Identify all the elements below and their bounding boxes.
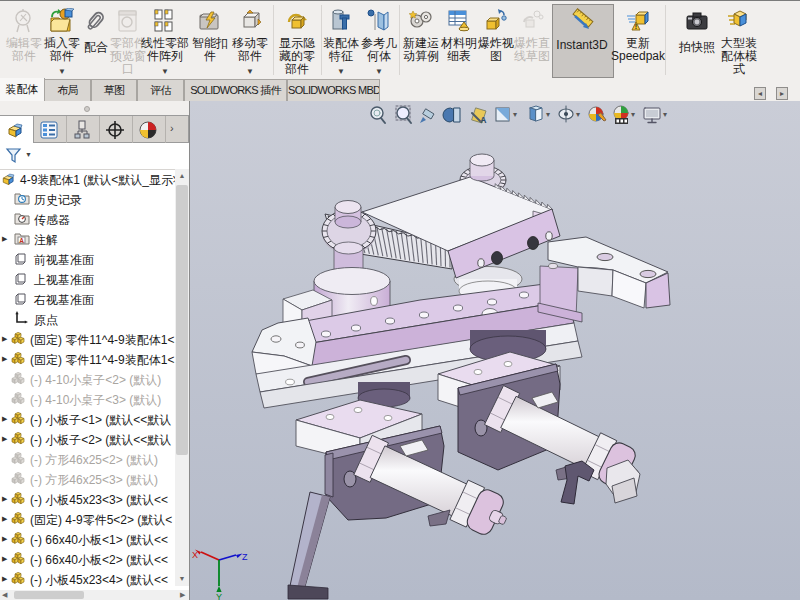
svg-text:Z: Z <box>242 552 248 562</box>
svg-text:▾: ▾ <box>546 110 550 119</box>
svg-text:▾: ▾ <box>663 110 667 119</box>
svg-text:A: A <box>480 115 487 125</box>
svg-text:X: X <box>192 550 198 560</box>
svg-text:!: ! <box>635 23 637 30</box>
svg-text:▾: ▾ <box>631 110 635 119</box>
svg-text:▾: ▾ <box>576 110 580 119</box>
svg-text:Y: Y <box>216 592 222 600</box>
svg-text:A: A <box>19 237 24 244</box>
svg-text:▾: ▾ <box>513 110 517 119</box>
